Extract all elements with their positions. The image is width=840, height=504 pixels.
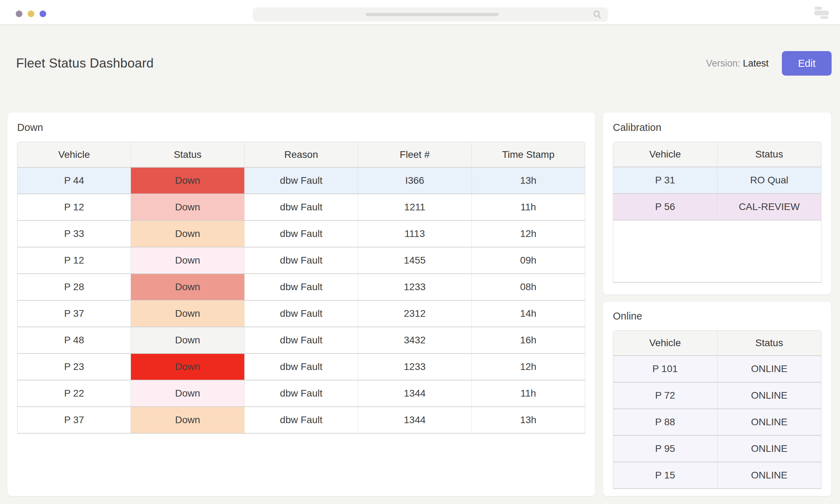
status-cell: Down <box>131 221 244 247</box>
timestamp-cell: 13h <box>471 168 585 194</box>
down-table: Vehicle Status Reason Fleet # Time Stamp… <box>17 142 585 434</box>
version-value: Latest <box>743 58 769 69</box>
vehicle-cell: P 22 <box>18 380 131 406</box>
table-row: P 101 ONLINE <box>613 355 821 382</box>
menu-bar <box>814 7 822 10</box>
edit-button[interactable]: Edit <box>782 51 832 76</box>
table-row: P 28 Down dbw Fault 1233 08h <box>18 273 585 300</box>
search-input[interactable] <box>253 7 608 22</box>
table-row: P 72 ONLINE <box>613 382 821 408</box>
menu-bar <box>814 10 829 15</box>
reason-cell: dbw Fault <box>244 327 358 353</box>
calibration-empty-area <box>613 220 821 282</box>
status-cell: Down <box>131 168 244 194</box>
page-title: Fleet Status Dashboard <box>7 56 154 71</box>
status-cell: Down <box>131 247 244 273</box>
table-row: P 48 Down dbw Fault 3432 16h <box>18 327 585 353</box>
table-row: P 95 ONLINE <box>613 435 821 462</box>
vehicle-cell: P 101 <box>613 356 717 382</box>
column-header-timestamp: Time Stamp <box>471 142 585 167</box>
reason-cell: dbw Fault <box>244 380 358 406</box>
status-cell: Down <box>131 274 244 300</box>
table-row: P 37 Down dbw Fault 1344 13h <box>18 406 585 433</box>
vehicle-cell: P 15 <box>613 462 717 488</box>
fleet-cell: I366 <box>358 168 471 194</box>
fleet-cell: 3432 <box>358 327 471 353</box>
vehicle-cell: P 23 <box>18 354 131 380</box>
reason-cell: dbw Fault <box>244 168 358 194</box>
search-icon <box>593 10 602 19</box>
vehicle-cell: P 37 <box>18 407 131 433</box>
column-header-fleet: Fleet # <box>358 142 471 167</box>
down-card: Down Vehicle Status Reason Fleet # Time … <box>7 112 595 496</box>
timestamp-cell: 09h <box>471 247 585 273</box>
calibration-table-header: Vehicle Status <box>613 142 821 167</box>
status-cell: Down <box>131 301 244 327</box>
vehicle-cell: P 12 <box>18 194 131 220</box>
column-header-vehicle: Vehicle <box>613 331 717 355</box>
table-row: P 12 Down dbw Fault 1211 11h <box>18 194 585 220</box>
page-header: Fleet Status Dashboard Version: Latest E… <box>7 51 832 76</box>
status-cell: Down <box>131 354 244 380</box>
status-cell: ONLINE <box>717 383 821 408</box>
vehicle-cell: P 28 <box>18 274 131 300</box>
status-cell: Down <box>131 407 244 433</box>
window-dot-2[interactable] <box>28 10 34 17</box>
vehicle-cell: P 48 <box>18 327 131 353</box>
fleet-cell: 1211 <box>358 194 471 220</box>
table-row: P 15 ONLINE <box>613 462 821 488</box>
down-table-header: Vehicle Status Reason Fleet # Time Stamp <box>18 142 585 167</box>
down-section-title: Down <box>17 122 585 133</box>
column-header-status: Status <box>131 142 244 167</box>
status-cell: ONLINE <box>717 436 821 462</box>
fleet-cell: 1455 <box>358 247 471 273</box>
table-row: P 22 Down dbw Fault 1344 11h <box>18 380 585 406</box>
fleet-cell: 1233 <box>358 354 471 380</box>
column-header-reason: Reason <box>244 142 358 167</box>
calibration-table: Vehicle Status P 31 RO Qual P 56 <box>613 142 821 283</box>
window-dot-3[interactable] <box>40 10 46 17</box>
timestamp-cell: 13h <box>471 407 585 433</box>
timestamp-cell: 11h <box>471 380 585 406</box>
window-dot-1[interactable] <box>16 10 22 17</box>
status-cell: ONLINE <box>717 409 821 435</box>
vehicle-cell: P 44 <box>18 168 131 194</box>
status-cell: Down <box>131 194 244 220</box>
online-card: Online Vehicle Status P 101 ONLINE <box>603 301 832 496</box>
reason-cell: dbw Fault <box>244 301 358 327</box>
window-controls <box>16 10 46 17</box>
column-header-status: Status <box>717 142 821 167</box>
table-row: P 12 Down dbw Fault 1455 09h <box>18 247 585 273</box>
table-row: P 31 RO Qual <box>613 167 821 193</box>
version-label: Version: <box>706 58 740 69</box>
column-header-status: Status <box>717 331 821 355</box>
table-row: P 56 CAL-REVIEW <box>613 193 821 220</box>
column-header-vehicle: Vehicle <box>18 142 131 167</box>
calibration-section-title: Calibration <box>613 122 821 133</box>
reason-cell: dbw Fault <box>244 354 358 380</box>
status-cell: Down <box>131 327 244 353</box>
fleet-cell: 1113 <box>358 221 471 247</box>
version-indicator: Version: Latest <box>706 58 769 69</box>
header-actions: Version: Latest Edit <box>706 51 832 76</box>
dashboard-content: Down Vehicle Status Reason Fleet # Time … <box>7 112 832 496</box>
timestamp-cell: 12h <box>471 354 585 380</box>
table-row: P 44 Down dbw Fault I366 13h <box>18 167 585 194</box>
down-table-body: P 44 Down dbw Fault I366 13h P 12 Down d… <box>18 167 585 433</box>
search-placeholder-bar <box>366 13 499 16</box>
status-cell: CAL-REVIEW <box>717 194 821 220</box>
status-cell: Down <box>131 380 244 406</box>
timestamp-cell: 11h <box>471 194 585 220</box>
table-row: P 33 Down dbw Fault 1113 12h <box>18 220 585 247</box>
menu-icon[interactable] <box>814 7 829 19</box>
online-table-header: Vehicle Status <box>613 331 821 355</box>
timestamp-cell: 08h <box>471 274 585 300</box>
vehicle-cell: P 56 <box>613 194 717 220</box>
online-section-title: Online <box>613 310 821 322</box>
table-row: P 37 Down dbw Fault 2312 14h <box>18 300 585 327</box>
window-top-bar <box>0 0 840 25</box>
online-table: Vehicle Status P 101 ONLINE P 72 <box>613 330 821 489</box>
status-cell: ONLINE <box>717 462 821 488</box>
reason-cell: dbw Fault <box>244 407 358 433</box>
vehicle-cell: P 33 <box>18 221 131 247</box>
